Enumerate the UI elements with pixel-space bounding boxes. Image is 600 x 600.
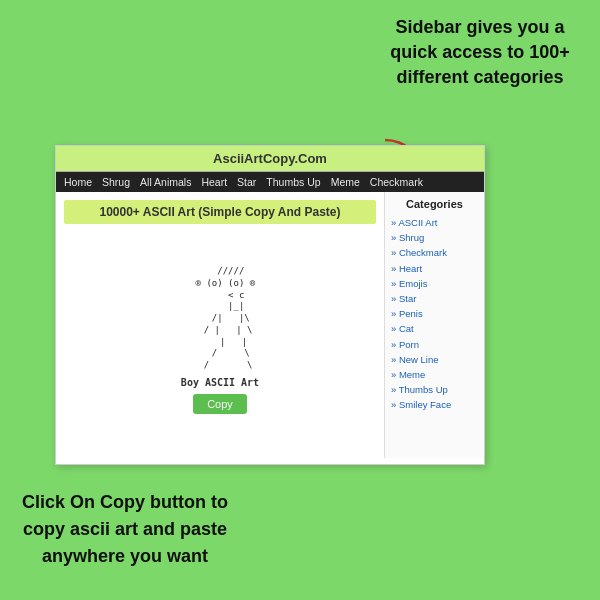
sidebar-item[interactable]: » New Line bbox=[391, 352, 478, 367]
sidebar-item[interactable]: » Thumbs Up bbox=[391, 382, 478, 397]
site-header: AsciiArtCopy.Com bbox=[56, 146, 484, 172]
sidebar-item[interactable]: » Penis bbox=[391, 306, 478, 321]
copy-button[interactable]: Copy bbox=[193, 394, 247, 414]
sidebar-item[interactable]: » Checkmark bbox=[391, 245, 478, 260]
sidebar-item[interactable]: » Meme bbox=[391, 367, 478, 382]
browser-window: AsciiArtCopy.Com Home Shrug All Animals … bbox=[55, 145, 485, 465]
ascii-art-display: ///// ® (o) (o) ® < c |_| /| |\ / | | \ … bbox=[181, 230, 259, 450]
nav-thumbs-up[interactable]: Thumbs Up bbox=[266, 176, 320, 188]
nav-meme[interactable]: Meme bbox=[331, 176, 360, 188]
nav-shrug[interactable]: Shrug bbox=[102, 176, 130, 188]
nav-checkmark[interactable]: Checkmark bbox=[370, 176, 423, 188]
nav-bar: Home Shrug All Animals Heart Star Thumbs… bbox=[56, 172, 484, 192]
main-content: 10000+ ASCII Art (Simple Copy And Paste)… bbox=[56, 192, 484, 458]
annotation-bottom-left: Click On Copy button to copy ascii art a… bbox=[20, 489, 230, 570]
sidebar-item[interactable]: » Shrug bbox=[391, 230, 478, 245]
sidebar-item[interactable]: » Smiley Face bbox=[391, 397, 478, 412]
content-area: 10000+ ASCII Art (Simple Copy And Paste)… bbox=[56, 192, 384, 458]
sidebar-title: Categories bbox=[391, 198, 478, 210]
sidebar: Categories » ASCII Art » Shrug » Checkma… bbox=[384, 192, 484, 458]
ascii-art-text: ///// ® (o) (o) ® < c |_| /| |\ / | | \ … bbox=[185, 266, 255, 371]
nav-heart[interactable]: Heart bbox=[201, 176, 227, 188]
sidebar-item[interactable]: » ASCII Art bbox=[391, 215, 478, 230]
site-title: AsciiArtCopy.Com bbox=[213, 151, 327, 166]
ascii-art-label: Boy ASCII Art bbox=[181, 376, 259, 389]
sidebar-item[interactable]: » Cat bbox=[391, 321, 478, 336]
annotation-top-right: Sidebar gives you a quick access to 100+… bbox=[380, 15, 580, 91]
nav-all-animals[interactable]: All Animals bbox=[140, 176, 191, 188]
nav-home[interactable]: Home bbox=[64, 176, 92, 188]
nav-star[interactable]: Star bbox=[237, 176, 256, 188]
sidebar-item[interactable]: » Emojis bbox=[391, 276, 478, 291]
sidebar-item[interactable]: » Heart bbox=[391, 261, 478, 276]
sidebar-item[interactable]: » Star bbox=[391, 291, 478, 306]
sidebar-item[interactable]: » Porn bbox=[391, 337, 478, 352]
page-title: 10000+ ASCII Art (Simple Copy And Paste) bbox=[64, 200, 376, 224]
